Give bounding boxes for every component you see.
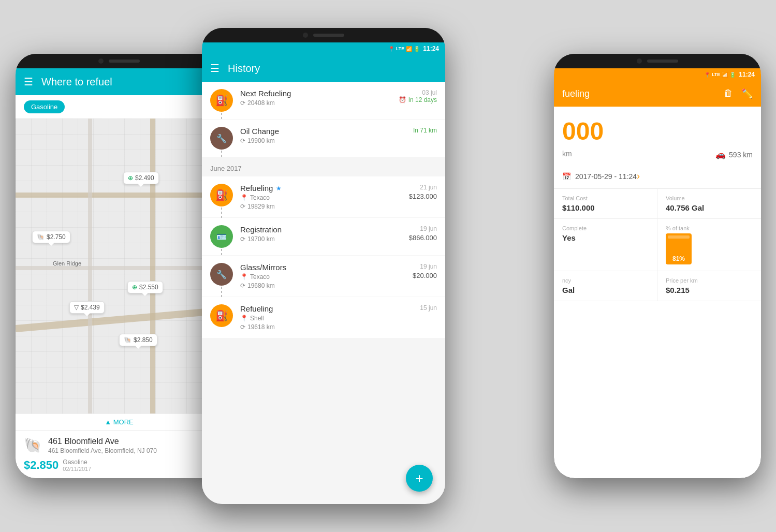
item-title-6: Refueling (240, 304, 396, 313)
lte-icon-r: LTE (712, 72, 720, 77)
menu-icon-left[interactable]: ☰ (24, 76, 33, 88)
location-pin-6: 📍 (240, 315, 248, 322)
list-item[interactable]: 🔧 Oil Change ⟳ 19900 km In 71 km (202, 120, 445, 157)
item-content-6: Refueling 📍 Shell ⟳ 19618 km (240, 304, 396, 331)
price-tag-5[interactable]: 🐚 $2.850 (119, 334, 157, 346)
app-header-left: ☰ Where to refuel (16, 68, 223, 95)
shell-logo: 🐚 (24, 437, 42, 454)
history-list[interactable]: ⛽ Next Refueling ⟳ 20408 km 03 jul ⏰ In … (202, 82, 445, 504)
big-number-area: 000 km 🚗 593 km (554, 107, 761, 165)
efficiency-value: Gal (562, 286, 649, 294)
alarm-icon: ⏰ (399, 96, 406, 104)
list-item[interactable]: ⛽ Next Refueling ⟳ 20408 km 03 jul ⏰ In … (202, 82, 445, 119)
item-right-5: 19 jun $20.000 (396, 263, 437, 279)
status-icons-right: 📍 LTE 📶 🔋 (704, 72, 736, 78)
item-sub-1: ⟳ 20408 km (240, 99, 396, 107)
fab-button[interactable]: + (406, 465, 433, 492)
camera-left (98, 58, 104, 64)
status-time-right: 11:24 (739, 71, 755, 78)
tank-pct-label: % of tank (666, 225, 753, 231)
item-title-5: Glass/Mirrors (240, 263, 396, 272)
item-content-3: Refueling ★ 📍 Texaco ⟳ 19829 km (240, 184, 396, 210)
location-pin-5: 📍 (240, 273, 248, 280)
item-content-1: Next Refueling ⟳ 20408 km (240, 89, 396, 107)
oil-icon: 🔧 (210, 127, 233, 150)
list-item[interactable]: 🪪 Registration ⟳ 19700 km 19 jun $866.00… (202, 218, 445, 255)
edit-icon[interactable]: ✏️ (741, 88, 753, 99)
station-date: 02/11/2017 (63, 466, 91, 472)
price-2: $2.750 (47, 233, 66, 241)
km-range-row: km 🚗 593 km (562, 150, 753, 159)
car-icon: 🚗 (715, 150, 726, 159)
app-title-right: fueling (562, 88, 590, 99)
road-v2 (150, 119, 155, 413)
phone-inner-left: ☰ Where to refuel Gasoline Glen Ridge ⊕ (16, 68, 223, 478)
road-h1 (16, 193, 223, 198)
station-name: 461 Bloomfield Ave (48, 437, 157, 446)
status-bar-right: 📍 LTE 📶 🔋 11:24 (554, 68, 761, 81)
list-item[interactable]: ⛽ Refueling 📍 Shell ⟳ 19618 km 15 (202, 297, 445, 338)
item-amount-4: $866.000 (396, 234, 437, 242)
map-label-glen-ridge: Glen Ridge (53, 260, 81, 267)
item-km-4: ⟳ 19700 km (240, 235, 396, 243)
battery-icon: 🔋 (414, 46, 420, 52)
item-location-3: 📍 Texaco (240, 194, 396, 201)
signal-icon: 📶 (406, 46, 412, 52)
station-price-row: $2.850 Gasoline 02/11/2017 (24, 459, 214, 472)
glass-icon: 🔧 (210, 263, 233, 286)
chevron-right-icon[interactable]: › (637, 171, 640, 182)
price-tag-2[interactable]: 🐚 $2.750 (32, 231, 70, 243)
item-content-2: Oil Change ⟳ 19900 km (240, 127, 396, 144)
road-v1 (88, 119, 92, 413)
datetime-row: 📅 2017-05-29 - 11:24 › (554, 165, 761, 188)
datetime-content: 📅 2017-05-29 - 11:24 (562, 172, 637, 181)
signal-icon-r: 📶 (722, 72, 728, 78)
range-info: 🚗 593 km (715, 150, 753, 159)
item-km-6: ⟳ 19618 km (240, 323, 396, 331)
price-tag-4[interactable]: ▽ $2.439 (69, 301, 105, 314)
price-tag-1[interactable]: ⊕ $2.490 (123, 172, 159, 184)
delete-icon[interactable]: 🗑 (724, 88, 733, 99)
odometer-icon-5: ⟳ (240, 282, 245, 289)
more-button[interactable]: ▲ MORE (16, 413, 223, 430)
app-header-right: fueling 🗑 ✏️ (554, 81, 761, 107)
item-location-6: 📍 Shell (240, 315, 396, 322)
phone-right: 📍 LTE 📶 🔋 11:24 fueling 🗑 ✏️ 000 km (554, 54, 761, 478)
item-date-3: 21 jun (396, 184, 437, 191)
phone-top-right (554, 54, 761, 68)
stat-cell-efficiency: ncy Gal (554, 271, 657, 301)
complete-label: Complete (562, 225, 649, 231)
scene: ☰ Where to refuel Gasoline Glen Ridge ⊕ (0, 0, 776, 532)
app-title-left: Where to refuel (41, 76, 112, 88)
list-item[interactable]: ⛽ Refueling ★ 📍 Texaco ⟳ 19829 km (202, 176, 445, 217)
phone-inner-center: 📍 LTE 📶 🔋 11:24 ☰ History ⛽ Next Refueli… (202, 42, 445, 504)
phone-top-center (202, 28, 445, 42)
gasoline-chip[interactable]: Gasoline (24, 100, 65, 113)
status-icons-center: 📍 LTE 📶 🔋 (388, 46, 420, 52)
shell-icon-1: 🐚 (37, 233, 45, 241)
distance-icon-2: ⟳ (240, 137, 245, 144)
menu-icon-center[interactable]: ☰ (210, 62, 219, 75)
item-status-1: ⏰ In 12 days (396, 96, 437, 104)
stat-cell-price-km: Price per km $0.215 (657, 271, 761, 301)
efficiency-label: ncy (562, 277, 649, 284)
refuel-icon-2: ⛽ (210, 184, 233, 206)
map-area[interactable]: Glen Ridge ⊕ $2.490 🐚 $2.750 ⊕ $2.550 ▽ … (16, 119, 223, 413)
timeline-line-1 (221, 113, 222, 120)
price-tag-3[interactable]: ⊕ $2.550 (127, 281, 163, 293)
stat-cell-complete: Complete Yes (554, 219, 657, 271)
item-date-6: 15 jun (396, 304, 437, 312)
price-per-km-label: Price per km (666, 277, 753, 284)
price-3: $2.550 (139, 284, 158, 291)
item-km-3: ⟳ 19829 km (240, 203, 396, 210)
item-right-4: 19 jun $866.000 (396, 225, 437, 242)
item-title-1: Next Refueling (240, 89, 396, 98)
item-sub-2: ⟳ 19900 km (240, 137, 396, 144)
price-per-km-value: $0.215 (666, 286, 753, 294)
timeline-line-4 (221, 249, 222, 256)
refuel-icon-3: ⛽ (210, 304, 233, 327)
location-pin-3: 📍 (240, 194, 248, 201)
list-item[interactable]: 🔧 Glass/Mirrors 📍 Texaco ⟳ 19680 km (202, 256, 445, 297)
speaker-center (313, 34, 344, 37)
location-icon-r: 📍 (704, 72, 710, 78)
